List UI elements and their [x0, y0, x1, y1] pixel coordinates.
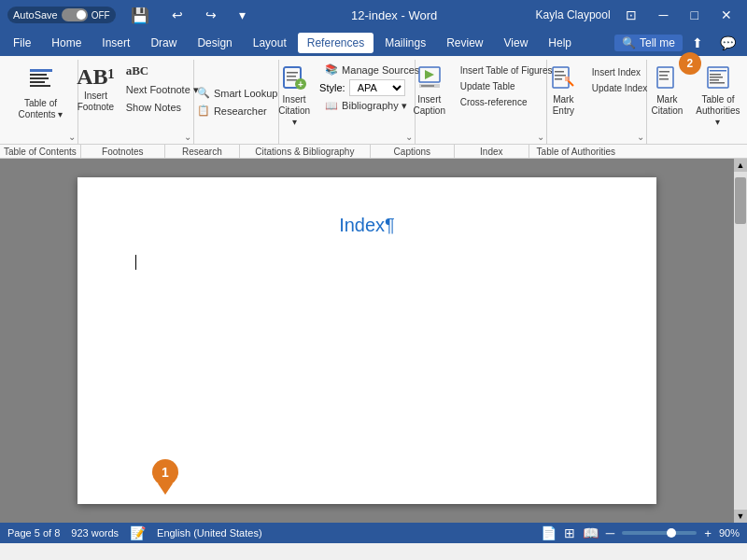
- citation-label: InsertCitation ▾: [276, 94, 312, 128]
- scroll-up-button[interactable]: ▲: [734, 159, 747, 172]
- document-container: Index¶ 1 ▲ ▼: [0, 159, 747, 523]
- layout-icon-read[interactable]: 📖: [583, 525, 599, 540]
- title-bar: AutoSave OFF 💾 ↩ ↪ ▾ 12-index - Word Kay…: [0, 0, 747, 30]
- researcher-label: Researcher: [214, 105, 267, 117]
- insert-footnote-button[interactable]: AB¹ InsertFootnote: [71, 62, 120, 117]
- svg-rect-7: [287, 76, 296, 77]
- next-footnote-button[interactable]: Next Footnote ▾: [122, 82, 203, 98]
- menu-view[interactable]: View: [495, 33, 538, 53]
- citation-icon: +: [282, 65, 306, 91]
- maximize-button[interactable]: □: [684, 4, 706, 26]
- style-label: Style:: [319, 82, 345, 93]
- ribbon-group-authorities: MarkCitation 2: [649, 60, 743, 144]
- insert-endnote-button[interactable]: aBC: [122, 62, 203, 80]
- menu-mailings[interactable]: Mailings: [375, 33, 435, 53]
- footnote-label: InsertFootnote: [78, 91, 114, 113]
- menu-references[interactable]: References: [298, 33, 374, 53]
- table-of-authorities-button[interactable]: Table ofAuthorities ▾: [690, 62, 746, 132]
- toc-icon: [28, 65, 54, 95]
- save-button[interactable]: 💾: [123, 3, 157, 28]
- svg-rect-1: [30, 74, 47, 76]
- document-area[interactable]: Index¶ 1: [0, 159, 734, 523]
- smart-lookup-button[interactable]: 🔍 Smart Lookup: [191, 85, 283, 101]
- svg-rect-26: [710, 70, 726, 72]
- manage-sources-icon: 📚: [325, 63, 338, 76]
- title-bar-center: 12-index - Word: [351, 8, 437, 22]
- scroll-thumb[interactable]: [735, 177, 746, 224]
- ribbon-group-captions: InsertCaption Insert Table of Figures Up…: [417, 60, 547, 144]
- mark-entry-label: MarkEntry: [553, 94, 574, 117]
- menu-file[interactable]: File: [4, 33, 40, 53]
- mark-citation-button[interactable]: MarkCitation 2: [646, 62, 688, 120]
- mark-entry-button[interactable]: MarkEntry: [543, 62, 585, 120]
- redo-button[interactable]: ↪: [198, 4, 224, 26]
- text-cursor: [135, 255, 136, 270]
- title-bar-left: AutoSave OFF 💾 ↩ ↪ ▾: [7, 3, 253, 28]
- table-of-contents-button[interactable]: Table ofContents ▾: [13, 62, 69, 124]
- share-button[interactable]: ⬆: [684, 32, 711, 54]
- status-left: Page 5 of 8 923 words 📝 English (United …: [7, 525, 262, 540]
- proofing-icon: 📝: [130, 525, 146, 540]
- close-button[interactable]: ✕: [713, 4, 740, 26]
- undo-button[interactable]: ↩: [164, 4, 190, 26]
- show-notes-button[interactable]: Show Notes: [122, 100, 203, 115]
- insert-citation-button[interactable]: + InsertCitation ▾: [271, 62, 317, 132]
- user-name: Kayla Claypool: [536, 8, 611, 21]
- menu-layout[interactable]: Layout: [244, 33, 296, 53]
- menu-insert[interactable]: Insert: [92, 33, 139, 53]
- toc-label: Table ofContents ▾: [19, 98, 63, 120]
- title-bar-right: Kayla Claypool ⊡ ─ □ ✕: [536, 4, 740, 26]
- caption-label: InsertCaption: [414, 94, 445, 117]
- tell-me-search[interactable]: 🔍 Tell me: [614, 35, 683, 51]
- callout-2: 2: [679, 52, 701, 75]
- menu-design[interactable]: Design: [188, 33, 241, 53]
- menu-draw[interactable]: Draw: [141, 33, 186, 53]
- zoom-slider[interactable]: [622, 531, 697, 535]
- svg-rect-18: [555, 78, 562, 80]
- zoom-handle[interactable]: [667, 528, 676, 538]
- update-index-button[interactable]: Update Index: [586, 81, 654, 95]
- svg-rect-16: [555, 71, 564, 73]
- insert-caption-button[interactable]: InsertCaption: [406, 62, 453, 120]
- word-count: 923 words: [71, 527, 119, 539]
- ribbon-group-toc: Table ofContents ▾ ⌄: [4, 60, 78, 144]
- menu-home[interactable]: Home: [42, 33, 91, 53]
- svg-rect-27: [710, 74, 721, 76]
- minimize-button[interactable]: ─: [652, 4, 676, 26]
- customize-quick-access[interactable]: ▾: [232, 4, 253, 26]
- insert-index-button[interactable]: Insert Index: [586, 65, 654, 79]
- zoom-in-button[interactable]: +: [704, 526, 712, 540]
- svg-rect-2: [30, 77, 49, 79]
- layout-icon-print[interactable]: 📄: [541, 525, 557, 540]
- index-expand[interactable]: ⌄: [637, 132, 644, 142]
- svg-rect-0: [30, 69, 52, 72]
- document-page[interactable]: Index¶ 1: [78, 177, 656, 504]
- autosave-label: AutoSave: [13, 9, 58, 21]
- vertical-scrollbar[interactable]: ▲ ▼: [734, 159, 747, 523]
- footnotes-expand[interactable]: ⌄: [184, 132, 191, 142]
- svg-rect-4: [30, 85, 50, 87]
- svg-rect-29: [710, 79, 719, 81]
- document-title: 12-index - Word: [351, 8, 437, 22]
- menu-help[interactable]: Help: [539, 33, 581, 53]
- researcher-button[interactable]: 📋 Researcher: [191, 103, 273, 119]
- autosave-toggle-switch[interactable]: [62, 8, 88, 21]
- svg-rect-21: [657, 67, 673, 88]
- ribbon-display-options[interactable]: ⊡: [618, 4, 644, 26]
- caption-icon: [417, 65, 442, 91]
- language: English (United States): [157, 527, 262, 539]
- menu-review[interactable]: Review: [437, 33, 492, 53]
- authorities-icon: [706, 65, 730, 91]
- autosave-toggle[interactable]: AutoSave OFF: [7, 7, 116, 23]
- bibliography-icon: 📖: [325, 100, 338, 112]
- comments-button[interactable]: 💬: [712, 32, 743, 54]
- status-right: 📄 ⊞ 📖 ─ + 90%: [541, 525, 740, 540]
- svg-text:+: +: [298, 79, 303, 90]
- zoom-out-button[interactable]: ─: [606, 526, 614, 540]
- layout-icon-web[interactable]: ⊞: [564, 525, 575, 540]
- svg-rect-28: [710, 77, 723, 78]
- ribbon-group-research: 🔍 Smart Lookup 📋 Researcher: [196, 60, 279, 144]
- svg-rect-8: [287, 79, 297, 81]
- scroll-down-button[interactable]: ▼: [734, 510, 747, 523]
- style-dropdown[interactable]: APA MLA Chicago: [349, 79, 405, 96]
